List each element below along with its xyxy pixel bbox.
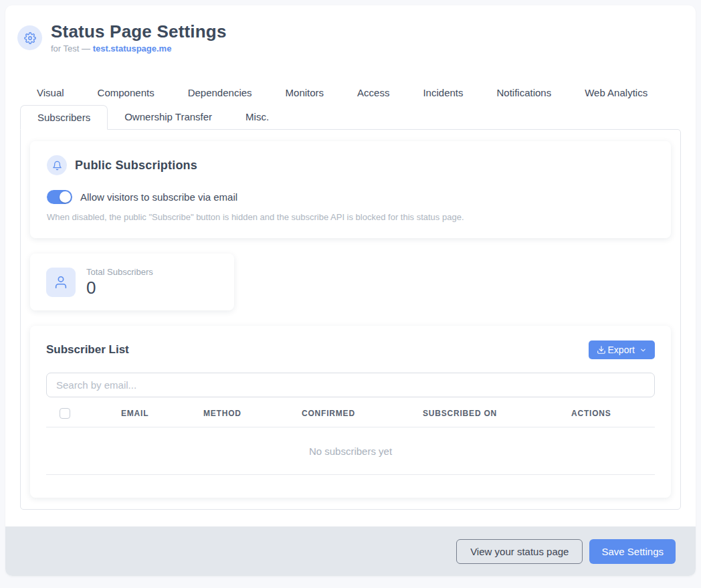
settings-tabs: Visual Components Dependencies Monitors … <box>20 83 681 129</box>
page-header-text: Status Page Settings for Test — test.sta… <box>51 21 227 54</box>
bell-icon <box>47 155 67 175</box>
view-status-page-button[interactable]: View your status page <box>456 539 583 564</box>
subscribe-toggle-hint: When disabled, the public "Subscribe" bu… <box>47 212 654 222</box>
subtitle-prefix: for Test — <box>51 43 93 54</box>
status-page-link[interactable]: test.statuspage.me <box>93 43 172 54</box>
tab-web-analytics[interactable]: Web Analytics <box>568 83 664 102</box>
total-subscribers-card: Total Subscribers 0 <box>30 254 234 310</box>
tab-misc[interactable]: Misc. <box>229 105 286 129</box>
tab-access[interactable]: Access <box>340 83 406 102</box>
total-subscribers-stat: Total Subscribers 0 <box>86 267 153 297</box>
subscriber-list-card: Subscriber List Export EMAIL METHOD CONF… <box>30 326 671 498</box>
column-header-subscribed-on: SUBSCRIBED ON <box>423 409 571 418</box>
save-settings-button[interactable]: Save Settings <box>589 539 676 564</box>
download-icon <box>597 345 606 355</box>
subscriber-table: EMAIL METHOD CONFIRMED SUBSCRIBED ON ACT… <box>46 408 655 490</box>
subscribers-tab-panel: Public Subscriptions Allow visitors to s… <box>20 129 681 510</box>
toggle-knob <box>60 191 71 203</box>
subscribe-toggle[interactable] <box>47 190 72 204</box>
column-header-email: EMAIL <box>121 409 203 418</box>
page-title: Status Page Settings <box>51 21 227 41</box>
empty-state-message: No subscribers yet <box>46 427 655 475</box>
column-header-actions: ACTIONS <box>571 409 655 418</box>
tab-ownership-transfer[interactable]: Ownership Transfer <box>108 105 229 129</box>
export-button-label: Export <box>608 345 635 355</box>
gear-icon <box>17 25 42 50</box>
column-header-confirmed: CONFIRMED <box>302 409 423 418</box>
tab-row-1: Visual Components Dependencies Monitors … <box>20 83 681 102</box>
subscriber-list-header: Subscriber List Export <box>46 340 655 359</box>
user-icon <box>46 268 76 297</box>
export-button[interactable]: Export <box>589 340 655 359</box>
public-subscriptions-card: Public Subscriptions Allow visitors to s… <box>30 141 671 238</box>
subscriber-list-title: Subscriber List <box>46 343 129 357</box>
tab-subscribers[interactable]: Subscribers <box>20 105 108 130</box>
tab-visual[interactable]: Visual <box>20 83 81 102</box>
tab-notifications[interactable]: Notifications <box>480 83 569 102</box>
tab-incidents[interactable]: Incidents <box>406 83 480 102</box>
footer-action-bar: View your status page Save Settings <box>5 526 696 576</box>
stat-value: 0 <box>86 278 153 297</box>
public-subscriptions-header: Public Subscriptions <box>47 155 654 175</box>
status-page-settings-card: Status Page Settings for Test — test.sta… <box>5 5 696 576</box>
page-subtitle: for Test — test.statuspage.me <box>51 43 227 54</box>
subscriber-table-header: EMAIL METHOD CONFIRMED SUBSCRIBED ON ACT… <box>46 408 655 427</box>
subscribe-toggle-label: Allow visitors to subscribe via email <box>80 191 237 203</box>
tab-row-2: Subscribers Ownership Transfer Misc. <box>20 105 681 129</box>
chevron-down-icon <box>639 347 647 354</box>
page-header: Status Page Settings for Test — test.sta… <box>5 5 696 54</box>
column-header-method: METHOD <box>203 409 302 418</box>
subscribe-toggle-row: Allow visitors to subscribe via email <box>47 190 654 204</box>
table-tail-spacer <box>46 475 655 490</box>
stat-label: Total Subscribers <box>86 267 153 277</box>
search-input[interactable] <box>46 373 655 397</box>
public-subscriptions-title: Public Subscriptions <box>75 159 197 173</box>
select-all-checkbox[interactable] <box>60 408 70 419</box>
tab-components[interactable]: Components <box>81 83 171 102</box>
tab-monitors[interactable]: Monitors <box>269 83 341 102</box>
tab-dependencies[interactable]: Dependencies <box>171 83 269 102</box>
